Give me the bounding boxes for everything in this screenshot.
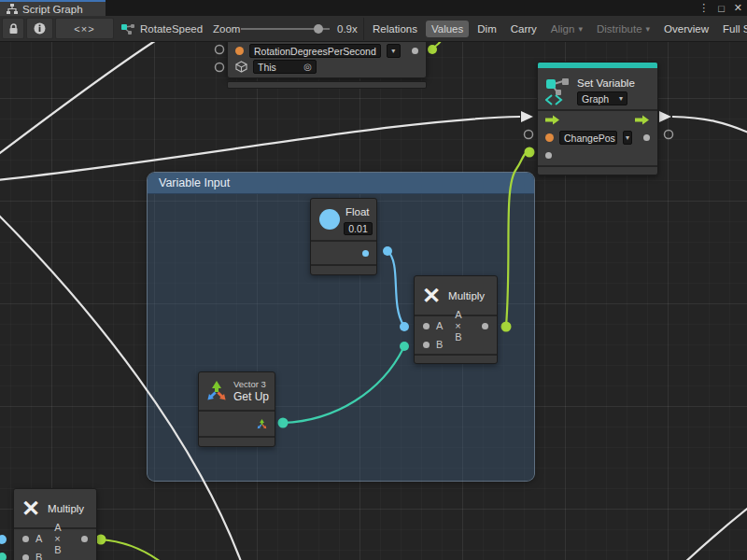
multiply-result-label: A × B — [455, 309, 469, 343]
variable-name-port[interactable] — [235, 47, 244, 55]
zoom-slider-handle[interactable] — [314, 24, 323, 34]
script-graph-window: Variable Input — [0, 0, 747, 560]
zoom-value: 0.9x — [337, 23, 358, 35]
multiply2-result-label: A × B — [54, 522, 68, 555]
tab-script-graph[interactable]: Script Graph — [0, 0, 106, 16]
node-float-literal[interactable]: Float 0.01 — [310, 198, 377, 275]
setvar-title: Set Variable — [577, 77, 635, 89]
setvar-footer — [538, 167, 657, 175]
multiply-result-port[interactable] — [482, 323, 488, 329]
wire-multiply-to-set-variable — [506, 152, 529, 327]
wire-end-multiply-b-in[interactable] — [400, 342, 409, 351]
full-screen-button[interactable]: Full Screen — [717, 21, 747, 37]
target-picker-icon[interactable]: ◎ — [303, 62, 312, 72]
wire-end-vector3-output[interactable] — [278, 418, 289, 428]
multiply-b-label: B — [436, 339, 443, 350]
multiply-icon: ✕ — [422, 285, 441, 307]
lock-button[interactable] — [2, 18, 24, 39]
flow-output-arrow[interactable] — [635, 115, 650, 125]
setvar-output-port[interactable] — [643, 134, 650, 141]
multiply2-result-port[interactable] — [81, 536, 88, 542]
node-vector3-get-up[interactable]: Vector 3 Get Up — [198, 371, 275, 447]
wire-multiply2-output — [101, 539, 161, 560]
wire-end-multiply2-a-in[interactable] — [0, 535, 7, 544]
ring-port-setvar-output[interactable] — [665, 131, 673, 139]
wire-float-to-multiply-a — [388, 251, 403, 325]
maximize-icon[interactable]: □ — [718, 3, 725, 14]
wire-end-multiply-result[interactable] — [501, 322, 512, 332]
code-preview-button[interactable]: <×> — [55, 18, 114, 39]
ring-port-getvar-name[interactable] — [216, 46, 224, 54]
tab-title: Script Graph — [22, 4, 83, 15]
setvar-value-input-port[interactable] — [545, 152, 552, 159]
node-multiply[interactable]: ✕ Multiply A A × B B — [414, 275, 498, 364]
flow-arrow-in-set-variable[interactable] — [521, 111, 533, 122]
multiply2-a-port[interactable] — [22, 536, 29, 542]
vector3-type-label: Vector 3 — [233, 379, 269, 389]
node-set-variable[interactable]: Set Variable Graph ▾ ChangePos ▾ — [537, 62, 658, 175]
variable-name-port[interactable] — [545, 133, 554, 142]
multiply-a-port[interactable] — [423, 323, 430, 329]
node-get-variable[interactable]: RotationDegreesPerSecond ▾ This ◎ — [227, 37, 427, 78]
setvar-name-dropdown[interactable]: ▾ — [623, 131, 632, 145]
lock-icon — [8, 23, 19, 35]
node-multiply-2[interactable]: ✕ Multiply A A × B B — [13, 488, 97, 560]
close-icon[interactable]: ✕ — [734, 2, 742, 14]
flow-input-arrow[interactable] — [545, 115, 560, 125]
multiply-icon: ✕ — [21, 497, 40, 520]
multiply2-title: Multiply — [48, 503, 84, 514]
vector3-axes-icon — [204, 379, 229, 403]
vector3-output-port[interactable] — [256, 418, 268, 430]
wire-end-getvar-output[interactable] — [428, 45, 437, 54]
multiply-b-port[interactable] — [423, 342, 430, 348]
float-body — [311, 242, 376, 264]
wire-flow-into-set-variable — [0, 117, 520, 180]
variable-name-dropdown[interactable]: ▾ — [387, 44, 401, 58]
script-graph-icon — [121, 23, 134, 35]
float-footer — [311, 266, 376, 274]
multiply2-b-port[interactable] — [22, 554, 29, 560]
code-icon: <×> — [74, 23, 94, 35]
wire-end-multiply2-b-in[interactable] — [0, 553, 7, 560]
graph-name: RotateSpeed — [140, 23, 203, 35]
overview-button[interactable]: Overview — [658, 21, 714, 37]
multiply2-b-label: B — [35, 552, 42, 560]
variable-name-field[interactable]: RotationDegreesPerSecond — [249, 44, 381, 58]
multiply-body: A A × B B — [415, 316, 497, 354]
distribute-button[interactable]: Distribute▾ — [591, 21, 655, 37]
graph-toolbar: <×> RotateSpeed Zoom 0.9x Relations Valu… — [0, 16, 747, 42]
setvar-name-field[interactable]: ChangePos — [559, 131, 617, 145]
setvar-name-row: ChangePos ▾ — [538, 129, 657, 147]
wire-end-multiply2-result[interactable] — [96, 535, 106, 545]
float-output-port[interactable] — [362, 250, 369, 257]
float-type-icon — [319, 209, 340, 230]
tab-bar: Script Graph ⋮ □ ✕ — [0, 0, 747, 16]
target-field[interactable]: This ◎ — [253, 60, 317, 74]
wire-end-multiply-a-in[interactable] — [400, 322, 409, 331]
float-value-field[interactable]: 0.01 — [344, 222, 373, 235]
multiply2-body: A A × B B — [14, 529, 96, 560]
info-button[interactable] — [26, 18, 53, 39]
wire-vector3-to-multiply-b — [283, 348, 403, 423]
target-value: This — [258, 62, 276, 73]
graph-hierarchy-icon — [7, 4, 18, 15]
zoom-slider[interactable] — [241, 28, 330, 30]
values-button[interactable]: Values — [426, 21, 469, 37]
carry-button[interactable]: Carry — [505, 21, 543, 37]
align-button[interactable]: Align▾ — [545, 21, 588, 37]
setvar-header: Set Variable Graph ▾ — [538, 68, 657, 109]
chevron-down-icon: ▾ — [646, 24, 651, 34]
window-menu-icon[interactable]: ⋮ — [698, 2, 709, 14]
wire-end-float-output[interactable] — [383, 246, 392, 256]
dim-button[interactable]: Dim — [472, 21, 501, 37]
ring-port-setvar-name[interactable] — [525, 131, 533, 139]
getvar-output-port[interactable] — [412, 48, 418, 54]
setvar-scope-dropdown[interactable]: Graph ▾ — [577, 91, 627, 105]
vector3-body — [199, 412, 275, 436]
relations-button[interactable]: Relations — [367, 21, 423, 37]
multiply-row-a: A A × B — [415, 316, 497, 335]
wire-end-setvar-value-in[interactable] — [525, 147, 535, 158]
ring-port-getvar-target[interactable] — [216, 63, 224, 72]
flow-arrow-out-set-variable[interactable] — [659, 111, 671, 122]
graph-breadcrumb[interactable]: RotateSpeed — [121, 16, 203, 42]
